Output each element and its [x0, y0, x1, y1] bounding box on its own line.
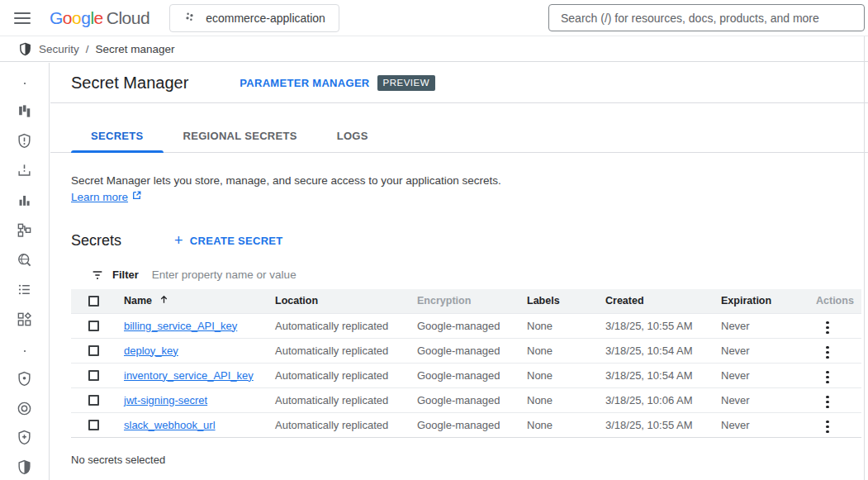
column-label: Labels: [527, 295, 560, 307]
row-checkbox[interactable]: [88, 370, 99, 381]
logo-letter: e: [94, 8, 103, 27]
cell-labels: None: [527, 345, 605, 357]
row-actions-kebab-icon[interactable]: [818, 417, 837, 437]
create-secret-button[interactable]: + CREATE SECRET: [174, 233, 283, 248]
sidebar-nav-rail: [0, 63, 50, 480]
breadcrumb-security-link[interactable]: Security: [39, 43, 79, 55]
select-all-checkbox[interactable]: [88, 296, 99, 307]
table-row: deploy_keyAutomatically replicatedGoogle…: [71, 339, 861, 364]
cell-name: jwt-signing-secret: [124, 394, 275, 406]
dashboard-icon: [17, 103, 32, 122]
secret-name-link[interactable]: jwt-signing-secret: [124, 394, 207, 406]
logo-cloud-text: Cloud: [107, 8, 149, 27]
row-checkbox-cell: [71, 345, 124, 356]
secrets-table: Filter NameLocationEncryptionLabelsCreat…: [71, 261, 861, 438]
column-header-labels[interactable]: Labels: [527, 295, 605, 307]
top-app-bar: GoogleCloud ecommerce-application: [0, 0, 868, 36]
learn-more-link[interactable]: Learn more: [71, 190, 142, 203]
globe-search-icon: [17, 252, 32, 271]
column-label: Name: [124, 295, 152, 307]
cell-name: deploy_key: [124, 345, 275, 357]
sidebar-item-5[interactable]: [0, 220, 49, 243]
breadcrumb: Security / Secret manager: [0, 37, 868, 62]
sidebar-item-10[interactable]: [0, 368, 49, 392]
shield-plus-icon: [17, 430, 32, 449]
gcp-console-window: GoogleCloud ecommerce-application Securi…: [0, 0, 868, 480]
row-checkbox-cell: [71, 370, 124, 381]
page-description: Secret Manager lets you store, manage, a…: [71, 174, 868, 187]
row-actions-kebab-icon[interactable]: [818, 368, 837, 387]
sidebar-item-8[interactable]: [0, 309, 49, 332]
row-checkbox-cell: [71, 321, 124, 331]
secrets-section-header: Secrets + CREATE SECRET: [71, 232, 868, 250]
sidebar-item-6[interactable]: [0, 250, 49, 273]
sidebar-item-0: [0, 71, 49, 94]
column-header-expiration[interactable]: Expiration: [721, 295, 816, 307]
cell-actions: [816, 364, 861, 387]
row-checkbox[interactable]: [88, 395, 99, 406]
cell-location: Automatically replicated: [275, 419, 417, 431]
tab-logs[interactable]: LOGS: [317, 121, 388, 152]
row-actions-kebab-icon[interactable]: [818, 343, 837, 363]
page-title: Secret Manager: [71, 74, 188, 93]
search-input[interactable]: [548, 4, 865, 31]
logo-letter: o: [72, 8, 81, 27]
cell-created: 3/18/25, 10:55 AM: [605, 320, 721, 332]
secret-name-link[interactable]: deploy_key: [124, 345, 178, 357]
sidebar-item-9: [0, 339, 49, 362]
logo-letter: G: [50, 8, 63, 27]
table-header-row: NameLocationEncryptionLabelsCreatedExpir…: [71, 289, 861, 314]
row-checkbox-cell: [71, 420, 124, 430]
cell-expiration: Never: [721, 394, 816, 406]
secret-name-link[interactable]: inventory_service_API_key: [124, 369, 254, 382]
tab-secrets[interactable]: SECRETS: [71, 121, 164, 152]
row-actions-kebab-icon[interactable]: [818, 318, 837, 338]
google-cloud-logo[interactable]: GoogleCloud: [50, 8, 149, 28]
table-row: slack_webhook_urlAutomatically replicate…: [71, 413, 861, 438]
cell-encryption: Google-managed: [417, 419, 527, 431]
cell-encryption: Google-managed: [417, 345, 527, 357]
filter-label: Filter: [112, 269, 139, 281]
cell-created: 3/18/25, 10:55 AM: [605, 419, 721, 431]
row-checkbox[interactable]: [88, 345, 99, 356]
secrets-heading: Secrets: [71, 232, 121, 250]
global-search: [548, 4, 865, 31]
sidebar-item-7[interactable]: [0, 279, 49, 302]
preview-badge: PREVIEW: [377, 75, 436, 91]
sidebar-item-13[interactable]: [0, 457, 49, 480]
column-header-encryption: Encryption: [417, 295, 527, 307]
parameter-manager-link[interactable]: PARAMETER MANAGER: [240, 77, 369, 89]
hamburger-menu-icon[interactable]: [14, 12, 31, 24]
cell-encryption: Google-managed: [417, 369, 527, 382]
row-checkbox-cell: [71, 395, 124, 406]
cell-created: 3/18/25, 10:54 AM: [605, 345, 721, 357]
project-name: ecommerce-application: [206, 12, 325, 25]
column-header-name[interactable]: Name: [124, 294, 275, 307]
scrollbar[interactable]: [864, 36, 865, 480]
breadcrumb-current-page: Secret manager: [96, 43, 175, 55]
cell-labels: None: [527, 320, 605, 332]
logo-google-text: Google: [50, 8, 103, 27]
inbox-icon: [17, 163, 32, 182]
sidebar-item-1[interactable]: [0, 101, 49, 124]
cell-name: slack_webhook_url: [124, 419, 275, 431]
sidebar-item-12[interactable]: [0, 427, 49, 450]
row-actions-kebab-icon[interactable]: [818, 392, 837, 412]
row-checkbox[interactable]: [88, 321, 99, 331]
table-row: jwt-signing-secretAutomatically replicat…: [71, 388, 861, 413]
plus-icon: +: [174, 233, 183, 248]
shield-dot-icon: [17, 371, 32, 390]
shapes-icon: [17, 311, 32, 330]
column-header-created[interactable]: Created: [605, 295, 721, 307]
filter-input[interactable]: [152, 269, 861, 281]
secret-name-link[interactable]: slack_webhook_url: [124, 419, 216, 431]
sidebar-item-3[interactable]: [0, 160, 49, 183]
secret-name-link[interactable]: billing_service_API_key: [124, 320, 237, 332]
sidebar-item-11[interactable]: [0, 398, 49, 421]
sidebar-item-2[interactable]: [0, 131, 49, 154]
tab-regional-secrets[interactable]: REGIONAL SECRETS: [164, 121, 317, 152]
sidebar-item-4[interactable]: [0, 190, 49, 213]
project-selector[interactable]: ecommerce-application: [169, 4, 339, 32]
row-checkbox[interactable]: [88, 420, 99, 430]
column-header-location[interactable]: Location: [275, 295, 417, 307]
